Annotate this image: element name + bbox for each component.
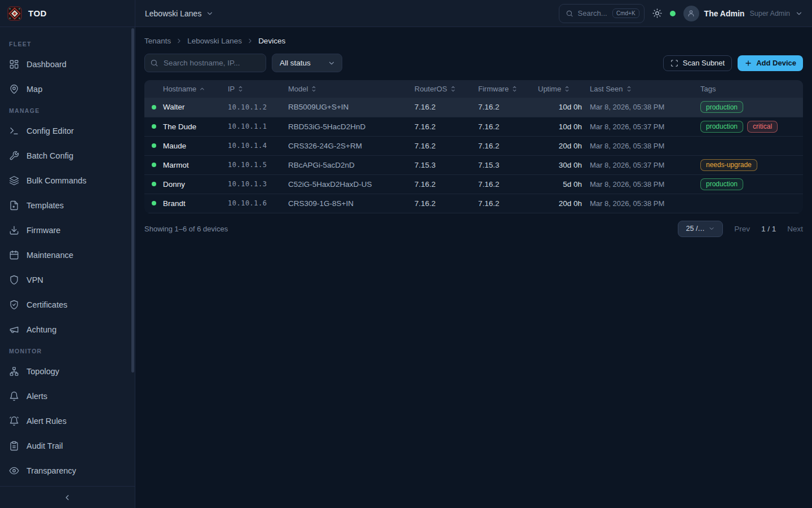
shield-icon <box>9 275 19 285</box>
column-header-model[interactable]: Model <box>288 80 414 98</box>
devices-toolbar: All status Scan Subnet Add Device <box>144 54 803 72</box>
breadcrumb-tenants[interactable]: Tenants <box>144 37 171 45</box>
cell-ip: 10.10.1.2 <box>228 98 288 117</box>
sidebar-item-firmware[interactable]: Firmware <box>0 218 135 243</box>
cell-routeros: 7.16.2 <box>414 117 478 136</box>
sidebar-item-vpn[interactable]: VPN <box>0 268 135 292</box>
breadcrumb-lebowski-lanes[interactable]: Lebowski Lanes <box>187 37 242 45</box>
cell-tags <box>700 136 803 155</box>
sidebar-item-topology[interactable]: Topology <box>0 359 135 384</box>
table-row[interactable]: Brandt 10.10.1.6 CRS309-1G-8S+IN 7.16.2 … <box>144 194 803 213</box>
app-logo-icon <box>7 6 22 21</box>
cell-ip: 10.10.1.4 <box>228 136 288 155</box>
sidebar-item-audit-trail[interactable]: Audit Trail <box>0 433 135 458</box>
sidebar-item-label: Batch Config <box>27 151 73 160</box>
cell-model: RBcAPGi-5acD2nD <box>288 155 414 174</box>
megaphone-icon <box>9 325 19 335</box>
page-size-dropdown[interactable]: 25 /… <box>678 221 723 237</box>
table-row[interactable]: Maude 10.10.1.4 CRS326-24G-2S+RM 7.16.2 … <box>144 136 803 155</box>
cell-routeros: 7.16.2 <box>414 136 478 155</box>
table-row[interactable]: Walter 10.10.1.2 RB5009UG+S+IN 7.16.2 7.… <box>144 98 803 117</box>
sidebar-item-bulk-commands[interactable]: Bulk Commands <box>0 168 135 193</box>
search-shortcut: Cmd+K <box>612 8 639 18</box>
cell-ip: 10.10.1.5 <box>228 155 288 174</box>
sidebar-item-alert-rules[interactable]: Alert Rules <box>0 409 135 433</box>
cell-model: RB5009UG+S+IN <box>288 98 414 117</box>
cell-uptime: 20d 0h <box>538 194 590 213</box>
theme-toggle-button[interactable] <box>652 8 662 18</box>
global-search[interactable]: Search... Cmd+K <box>559 4 645 23</box>
sidebar-item-alerts[interactable]: Alerts <box>0 384 135 409</box>
prev-page-button[interactable]: Prev <box>734 225 750 233</box>
device-search-input[interactable] <box>144 54 266 72</box>
tag-production: production <box>700 178 743 190</box>
topbar: TOD Lebowski Lanes Search... Cmd+K <box>0 0 812 27</box>
status-dot <box>152 143 156 148</box>
calendar-icon <box>9 250 19 260</box>
user-name: The Admin <box>704 9 745 18</box>
main-content: TenantsLebowski LanesDevices All status … <box>135 27 812 508</box>
chevron-down-icon <box>206 10 214 17</box>
table-row[interactable]: The Dude 10.10.1.1 RBD53iG-5HacD2HnD 7.1… <box>144 117 803 136</box>
chevron-down-icon <box>708 225 715 232</box>
cell-hostname: Marmot <box>144 155 228 174</box>
sidebar-item-batch-config[interactable]: Batch Config <box>0 143 135 168</box>
app-name: TOD <box>28 8 47 18</box>
global-search-placeholder: Search... <box>578 9 608 17</box>
sidebar-item-templates[interactable]: Templates <box>0 193 135 218</box>
sidebar-item-label: Alerts <box>27 392 47 401</box>
sidebar-item-config-editor[interactable]: Config Editor <box>0 119 135 143</box>
cell-routeros: 7.16.2 <box>414 98 478 117</box>
column-header-hostname[interactable]: Hostname <box>144 80 228 98</box>
sidebar-item-label: Map <box>27 85 42 94</box>
cell-model: C52iG-5HaxD2HaxD-US <box>288 174 414 194</box>
user-menu[interactable]: The Admin Super Admin <box>683 6 803 21</box>
column-header-ip[interactable]: IP <box>228 80 288 98</box>
download-icon <box>9 225 19 235</box>
sort-both-icon <box>450 85 456 93</box>
column-header-last-seen[interactable]: Last Seen <box>590 80 700 98</box>
table-row[interactable]: Marmot 10.10.1.5 RBcAPGi-5acD2nD 7.15.3 … <box>144 155 803 174</box>
next-page-button[interactable]: Next <box>787 225 803 233</box>
add-device-button[interactable]: Add Device <box>738 55 803 71</box>
cell-firmware: 7.16.2 <box>478 117 538 136</box>
tenant-switcher[interactable]: Lebowski Lanes <box>145 9 214 18</box>
list-footer: Showing 1–6 of 6 devices 25 /… Prev 1 / … <box>144 221 803 237</box>
avatar <box>683 6 699 21</box>
sidebar-item-label: Audit Trail <box>27 441 63 450</box>
sidebar-item-label: VPN <box>27 275 43 284</box>
results-summary: Showing 1–6 of 6 devices <box>144 225 228 233</box>
cell-hostname: Brandt <box>144 194 228 213</box>
sidebar-collapse-button[interactable] <box>0 486 135 508</box>
chevron-right-icon <box>246 37 254 45</box>
sidebar-item-map[interactable]: Map <box>0 77 135 102</box>
sort-asc-icon <box>199 86 205 92</box>
sidebar-item-certificates[interactable]: Certificates <box>0 292 135 317</box>
bell-icon <box>9 391 19 401</box>
sidebar-item-label: Templates <box>27 201 64 210</box>
user-role: Super Admin <box>749 10 790 17</box>
sidebar-item-transparency[interactable]: Transparency <box>0 458 135 483</box>
sidebar-item-label: Bulk Commands <box>27 176 86 185</box>
scan-subnet-button[interactable]: Scan Subnet <box>663 55 732 71</box>
column-header-routeros[interactable]: RouterOS <box>414 80 478 98</box>
terminal-icon <box>9 126 19 136</box>
cell-last-seen: Mar 8, 2026, 05:37 PM <box>590 155 700 174</box>
cell-tags: needs-upgrade <box>700 155 803 174</box>
sidebar-item-dashboard[interactable]: Dashboard <box>0 52 135 77</box>
sidebar-item-label: Alert Rules <box>27 417 67 426</box>
cell-routeros: 7.16.2 <box>414 194 478 213</box>
cell-last-seen: Mar 8, 2026, 05:38 PM <box>590 174 700 194</box>
sidebar-item-achtung[interactable]: Achtung <box>0 317 135 342</box>
sidebar-item-maintenance[interactable]: Maintenance <box>0 243 135 268</box>
table-row[interactable]: Donny 10.10.1.3 C52iG-5HaxD2HaxD-US 7.16… <box>144 174 803 194</box>
sidebar-item-label: Achtung <box>27 325 56 334</box>
sidebar-scrollbar[interactable] <box>131 28 134 373</box>
column-header-firmware[interactable]: Firmware <box>478 80 538 98</box>
status-filter-dropdown[interactable]: All status <box>272 54 342 72</box>
cell-hostname: Donny <box>144 174 228 194</box>
layers-icon <box>9 176 19 186</box>
column-header-tags: Tags <box>700 80 803 98</box>
sidebar-item-label: Config Editor <box>27 126 74 135</box>
column-header-uptime[interactable]: Uptime <box>538 80 590 98</box>
